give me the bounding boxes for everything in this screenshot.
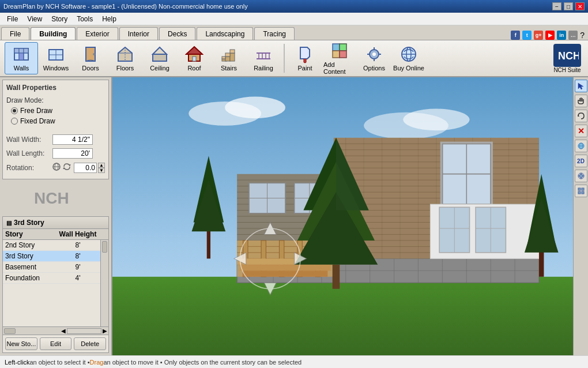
floors-button[interactable]: Floors: [108, 42, 142, 74]
toolbar: Walls Windows Doors: [0, 40, 588, 77]
story-height-foundation: 4': [58, 274, 98, 282]
menu-help[interactable]: Help: [97, 14, 121, 24]
tab-decks[interactable]: Decks: [159, 27, 195, 40]
viewport-scene: [112, 77, 573, 355]
fixed-draw-option[interactable]: Fixed Draw: [11, 117, 105, 125]
story-row-basement[interactable]: Basement 9': [3, 262, 100, 273]
linkedin-icon[interactable]: in: [557, 31, 566, 40]
options-button[interactable]: Options: [357, 42, 391, 74]
free-draw-radio[interactable]: [11, 107, 18, 114]
maximize-button[interactable]: □: [564, 2, 573, 10]
title-bar: DreamPlan by NCH Software - sample1 - (U…: [0, 0, 588, 13]
tab-right: f t g+ ▶ in … ?: [511, 31, 588, 40]
orbit-tool-button[interactable]: [575, 110, 587, 122]
wall-width-label: Wall Width:: [6, 136, 52, 144]
menu-view[interactable]: View: [22, 14, 47, 24]
nch-logo: NCH: [0, 182, 111, 214]
tab-building[interactable]: Building: [31, 27, 76, 40]
delete-tool-button[interactable]: ✕: [575, 125, 587, 137]
buy-online-button[interactable]: Buy Online: [392, 42, 425, 74]
svg-marker-163: [578, 83, 583, 89]
fixed-draw-radio[interactable]: [11, 118, 18, 125]
svg-point-54: [403, 108, 469, 130]
status-bar: Left-click an object to select it • Drag…: [0, 355, 588, 368]
svg-rect-55: [112, 277, 573, 355]
menu-tools[interactable]: Tools: [72, 14, 97, 24]
stories-hscroll[interactable]: ◀ ▶: [3, 326, 108, 335]
walls-button[interactable]: Walls: [5, 42, 38, 74]
story-row-2nd[interactable]: 2nd Story 8': [3, 240, 100, 251]
floors-icon: [116, 45, 134, 63]
stories-title: 3rd Story: [14, 219, 44, 227]
minimize-button[interactable]: −: [552, 2, 561, 10]
paint-button[interactable]: Paint: [288, 42, 322, 74]
cursor-tool-button[interactable]: [575, 80, 587, 92]
buy-online-icon: [399, 45, 418, 63]
stairs-icon: [220, 45, 238, 63]
free-draw-option[interactable]: Free Draw: [11, 107, 105, 115]
2d-view-button[interactable]: 2D: [575, 155, 587, 167]
menu-story[interactable]: Story: [47, 14, 72, 24]
svg-rect-177: [582, 191, 584, 194]
settings-tool-button[interactable]: [575, 170, 587, 182]
svg-rect-3: [24, 48, 28, 53]
walls-label: Walls: [14, 65, 29, 72]
hscroll-left[interactable]: ◀: [61, 328, 66, 334]
hand-tool-button[interactable]: [575, 95, 587, 107]
free-draw-label: Free Draw: [20, 107, 52, 115]
youtube-icon[interactable]: ▶: [545, 31, 555, 40]
stairs-button[interactable]: Stairs: [212, 42, 246, 74]
story-row-3rd[interactable]: 3rd Story 8': [3, 251, 100, 262]
add-content-icon: [330, 42, 349, 60]
nch-suite-button[interactable]: NCH NCH Suite: [551, 42, 583, 74]
hscroll-right[interactable]: ▶: [103, 328, 107, 334]
tab-exterior[interactable]: Exterior: [77, 27, 118, 40]
help-icon[interactable]: ?: [580, 31, 585, 40]
story-row-foundation[interactable]: Foundation 4': [3, 273, 100, 284]
new-story-button[interactable]: New Sto...: [5, 337, 37, 350]
stories-collapse-icon[interactable]: ▤: [6, 220, 12, 226]
google-icon[interactable]: g+: [534, 31, 543, 40]
story-height-basement: 9': [58, 263, 98, 271]
windows-button[interactable]: Windows: [39, 42, 73, 74]
globe-view-button[interactable]: [575, 140, 587, 152]
status-drag: Drag: [90, 359, 104, 366]
wall-width-input[interactable]: [52, 134, 93, 145]
facebook-icon[interactable]: f: [511, 31, 520, 40]
status-left-click: Left-click: [5, 359, 29, 366]
doors-button[interactable]: Doors: [74, 42, 107, 74]
more-icon[interactable]: …: [568, 31, 578, 40]
tab-file[interactable]: File: [1, 27, 29, 40]
add-content-button[interactable]: Add Content: [323, 42, 356, 74]
stories-table: Story Wall Height 2nd Story 8' 3rd Story…: [3, 229, 108, 335]
edit-story-button[interactable]: Edit: [40, 337, 72, 350]
rotation-up-button[interactable]: ▲: [98, 163, 105, 168]
tab-interior[interactable]: Interior: [119, 27, 158, 40]
rotation-refresh-icon[interactable]: [62, 162, 71, 173]
add-content-label: Add Content: [323, 61, 356, 75]
twitter-icon[interactable]: t: [522, 31, 532, 40]
tab-tracing[interactable]: Tracing: [254, 27, 295, 40]
stories-scrollbar[interactable]: [100, 240, 108, 326]
tab-landscaping[interactable]: Landscaping: [197, 27, 253, 40]
viewport[interactable]: [112, 77, 573, 355]
svg-rect-33: [340, 44, 346, 51]
ceiling-button[interactable]: Ceiling: [143, 42, 176, 74]
stairs-label: Stairs: [221, 65, 237, 72]
rotation-globe-icon[interactable]: [52, 162, 61, 173]
menu-file[interactable]: File: [2, 14, 22, 24]
railing-icon: [254, 45, 273, 63]
rotation-down-button[interactable]: ▼: [98, 168, 105, 173]
stories-rows: 2nd Story 8' 3rd Story 8' Basement 9': [3, 240, 100, 326]
delete-story-button[interactable]: Delete: [74, 337, 106, 350]
roof-button[interactable]: Roof: [178, 42, 211, 74]
story-name-foundation: Foundation: [5, 274, 58, 282]
svg-rect-22: [230, 53, 235, 61]
grid-view-button[interactable]: [575, 185, 587, 197]
close-button[interactable]: ✕: [575, 2, 585, 10]
railing-button[interactable]: Railing: [247, 42, 280, 74]
svg-rect-147: [333, 265, 340, 289]
wall-length-input[interactable]: [52, 148, 93, 159]
rotation-input[interactable]: [74, 163, 97, 173]
wall-properties-panel: Wall Properties Draw Mode: Free Draw Fix…: [2, 80, 109, 179]
